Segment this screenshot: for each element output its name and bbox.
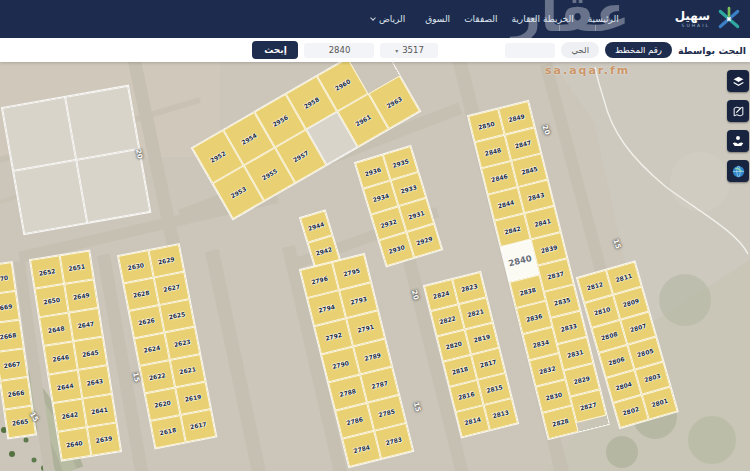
parcel-number: 2817 [479, 359, 497, 369]
nav-item-home[interactable]: الرئيسية [588, 14, 619, 24]
city-selector[interactable]: الرياض [371, 14, 405, 24]
parcel-number: 2850 [477, 120, 495, 130]
nav-item-deals[interactable]: الصفقات [464, 14, 497, 24]
mode-district-pill[interactable]: الحي [561, 42, 599, 58]
parcel-number: 2793 [350, 295, 368, 305]
parcel[interactable] [2, 97, 76, 171]
parcel[interactable]: 2639 [87, 422, 121, 455]
parcel-number: 2801 [651, 398, 669, 408]
parcel-number: 2818 [451, 366, 469, 376]
top-navbar: سهيل SUHAIL الرئيسية الخريطة العقارية ال… [0, 0, 750, 38]
parcel-number: 2622 [148, 372, 166, 381]
parcel-number: 2807 [629, 323, 647, 333]
parcel-number: 2795 [343, 267, 361, 277]
parcel-number: 2620 [154, 400, 172, 409]
parcel-number: 2670 [0, 274, 9, 282]
parcel-number: 2838 [519, 286, 537, 296]
parcel[interactable] [76, 149, 150, 223]
parcel[interactable]: 2667 [0, 348, 28, 381]
parcel-number: 2789 [364, 352, 382, 362]
watermark-url: sa.aqar.fm [545, 64, 630, 77]
parcel-number: 2832 [538, 365, 556, 375]
parcel-number: 2931 [407, 210, 425, 221]
parcel-number: 2841 [534, 218, 552, 228]
parcel[interactable]: 2668 [0, 320, 24, 353]
parcel-number: 2824 [432, 290, 450, 300]
road-width-label: 15 [131, 371, 141, 382]
parcel-number: 2784 [353, 444, 371, 454]
parcel-number: 2645 [82, 349, 99, 358]
chevron-down-icon: ▾ [395, 47, 398, 54]
parcel-number: 2816 [458, 391, 476, 401]
parcel[interactable] [65, 86, 139, 160]
parcel-number: 2932 [380, 218, 398, 229]
parcel-number: 2814 [464, 416, 482, 426]
parcel-number: 2666 [7, 389, 24, 397]
parcel-number: 2835 [553, 296, 571, 306]
parcel[interactable] [13, 160, 87, 234]
parcel-number: 2791 [357, 323, 375, 333]
parcel-number: 2821 [467, 308, 485, 318]
map-toolbar [727, 70, 749, 182]
parcel-number: 2828 [551, 417, 569, 427]
parcel-number: 2668 [0, 332, 17, 340]
parcel-number: 2805 [636, 348, 654, 358]
parcel-number: 2642 [61, 411, 78, 420]
parcel-number: 2667 [3, 360, 20, 368]
parcel-number: 2953 [230, 185, 247, 199]
parcel-number: 2830 [545, 391, 563, 401]
draw-parcel-icon[interactable] [727, 100, 749, 122]
parcel-number: 2619 [184, 394, 202, 403]
nav-item-market[interactable]: السوق [425, 14, 450, 24]
search-bar: البحث بواسطة رقم المخطط الحي 3517 ▾ 2840… [0, 38, 750, 62]
parcel-number: 2845 [521, 165, 539, 175]
parcel-number: 2804 [615, 381, 633, 391]
parcel-number: 2783 [385, 436, 403, 446]
parcel-number: 2630 [127, 262, 145, 271]
parcel-number: 2618 [159, 427, 177, 436]
parcel-number: 2646 [52, 354, 69, 363]
parcel-number: 2621 [179, 366, 197, 375]
parcel-number: 2839 [540, 244, 558, 254]
parcel-number: 2955 [261, 167, 278, 181]
parcel[interactable]: 2827 [570, 389, 607, 423]
parcel[interactable]: 2666 [0, 377, 32, 410]
search-button[interactable]: إبحث [252, 41, 298, 59]
parcel-number: 2644 [57, 382, 74, 391]
parcel-number: 2961 [354, 113, 371, 127]
brand-subtitle: SUHAIL [682, 24, 710, 29]
parcel-number: 2651 [68, 263, 85, 272]
nav-item-real-estate-map[interactable]: الخريطة العقارية [512, 14, 574, 24]
parcel-number: 2831 [566, 349, 584, 359]
mode-plan-number-pill[interactable]: رقم المخطط [605, 42, 672, 58]
parcel-number: 2823 [461, 283, 479, 293]
plan-select[interactable]: 3517 ▾ [380, 43, 438, 58]
parcel-number: 2627 [163, 284, 181, 293]
parcel-map[interactable]: sa.aqar.fm 29522 [0, 62, 750, 471]
parcel[interactable]: 2618 [150, 415, 186, 448]
parcel-number: 2842 [504, 225, 522, 235]
plan-select-value: 3517 [402, 45, 424, 55]
parcel-number: 2846 [491, 173, 509, 183]
parcel[interactable]: 2640 [57, 427, 91, 460]
parcel-number-input[interactable]: 2840 [304, 43, 374, 58]
parcel-number: 2933 [400, 184, 418, 195]
parcel-number: 2958 [303, 96, 320, 110]
parcel-number: 2930 [388, 244, 406, 255]
parcel-number: 2787 [371, 380, 389, 390]
parcel-block [2, 86, 150, 234]
parcel-number: 2624 [143, 345, 161, 354]
parcel-number: 2843 [527, 192, 545, 202]
parcel[interactable]: 2617 [180, 409, 216, 442]
globe-icon[interactable] [727, 160, 749, 182]
suhail-logo[interactable]: سهيل SUHAIL [675, 6, 742, 32]
parcel-number: 2806 [608, 356, 626, 366]
region-field[interactable] [505, 43, 555, 58]
parcel-number: 2649 [73, 292, 90, 301]
parcel-number: 2629 [158, 256, 176, 265]
deals-icon[interactable] [727, 130, 749, 152]
parcel-number: 2847 [514, 139, 532, 149]
layers-icon[interactable] [727, 70, 749, 92]
parcel-number: 2810 [593, 306, 611, 316]
parcel-number: 2643 [86, 378, 103, 387]
